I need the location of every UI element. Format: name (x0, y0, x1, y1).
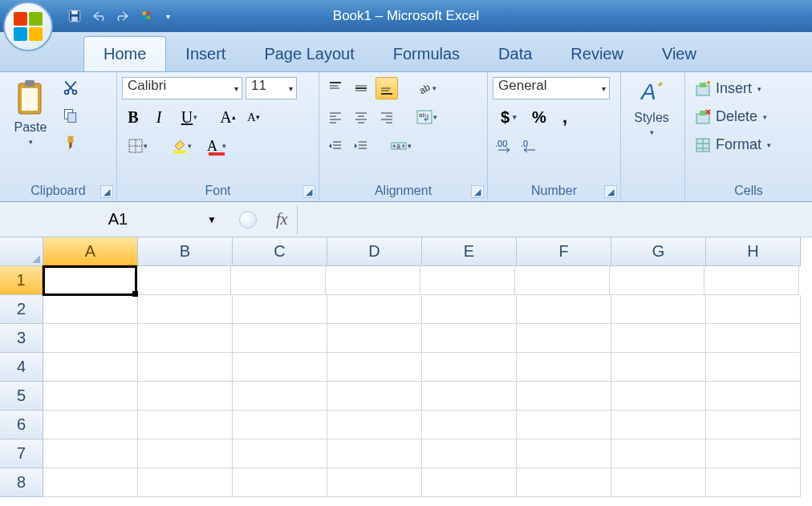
comma-format-button[interactable]: , (554, 106, 576, 128)
cell-F2[interactable] (517, 295, 611, 324)
tab-insert[interactable]: Insert (166, 37, 245, 71)
row-header-8[interactable]: 8 (0, 468, 43, 497)
cell-F4[interactable] (517, 353, 611, 382)
cell-A6[interactable] (43, 411, 138, 439)
cell-D4[interactable] (327, 353, 422, 382)
office-button[interactable] (3, 2, 53, 51)
fill-color-button[interactable]: ▾ (165, 135, 197, 157)
col-header-C[interactable]: C (233, 237, 327, 266)
cell-G6[interactable] (611, 411, 706, 439)
cell-H4[interactable] (706, 353, 801, 382)
cell-D1[interactable] (326, 266, 420, 295)
paste-button[interactable]: Paste ▾ (5, 75, 56, 182)
align-top-button[interactable] (324, 77, 347, 99)
tab-formulas[interactable]: Formulas (374, 37, 479, 71)
qat-more-icon[interactable] (138, 7, 156, 25)
cell-G3[interactable] (611, 324, 706, 353)
cell-F5[interactable] (517, 382, 611, 411)
dialog-launcher-icon[interactable]: ◢ (100, 185, 113, 198)
cell-H6[interactable] (706, 411, 801, 439)
cell-D3[interactable] (327, 324, 422, 353)
cell-E8[interactable] (422, 468, 517, 497)
font-color-button[interactable]: A ▾ (201, 135, 233, 157)
cell-H5[interactable] (706, 382, 801, 411)
format-painter-button[interactable] (59, 132, 82, 154)
percent-format-button[interactable]: % (528, 106, 550, 128)
font-size-select[interactable]: 11▾ (246, 77, 297, 99)
align-right-button[interactable] (376, 106, 398, 128)
name-box[interactable]: A1 ▼ (10, 207, 226, 233)
cell-E3[interactable] (422, 324, 517, 353)
insert-cells-button[interactable]: Insert▾ (690, 79, 776, 99)
decrease-indent-button[interactable] (324, 135, 347, 157)
col-header-F[interactable]: F (517, 237, 611, 266)
col-header-D[interactable]: D (327, 237, 422, 266)
cell-C7[interactable] (233, 439, 327, 468)
wrap-text-button[interactable]: ab▾ (411, 106, 443, 128)
col-header-G[interactable]: G (611, 237, 706, 266)
cell-D5[interactable] (327, 382, 422, 411)
bold-button[interactable]: B (122, 106, 144, 128)
cell-G7[interactable] (611, 439, 706, 468)
tab-view[interactable]: View (643, 37, 716, 71)
row-header-3[interactable]: 3 (0, 324, 43, 353)
copy-button[interactable] (59, 104, 82, 127)
cell-F1[interactable] (515, 266, 610, 295)
tab-review[interactable]: Review (551, 37, 643, 71)
decrease-decimal-button[interactable]: .0 (518, 135, 541, 157)
align-middle-button[interactable] (350, 77, 372, 99)
cell-E6[interactable] (422, 411, 517, 439)
cell-H8[interactable] (706, 468, 801, 497)
cell-B4[interactable] (138, 353, 233, 382)
select-all-corner[interactable] (0, 237, 43, 266)
tab-page-layout[interactable]: Page Layout (245, 37, 373, 71)
qat-dropdown[interactable]: ▾ (162, 7, 173, 25)
col-header-A[interactable]: A (43, 237, 138, 266)
cell-C6[interactable] (233, 411, 327, 439)
merge-center-button[interactable]: a▾ (385, 135, 417, 157)
cell-E7[interactable] (422, 439, 517, 468)
spreadsheet-grid[interactable]: A B C D E F G H 12345678 (0, 237, 812, 497)
increase-indent-button[interactable] (350, 135, 372, 157)
dialog-launcher-icon[interactable]: ◢ (604, 185, 617, 198)
cell-G5[interactable] (611, 382, 706, 411)
tab-data[interactable]: Data (479, 37, 551, 71)
cell-G2[interactable] (611, 295, 706, 324)
col-header-B[interactable]: B (138, 237, 233, 266)
cell-H7[interactable] (706, 439, 801, 468)
cell-D7[interactable] (327, 439, 422, 468)
dialog-launcher-icon[interactable]: ◢ (302, 185, 315, 198)
row-header-6[interactable]: 6 (0, 411, 43, 439)
align-center-button[interactable] (350, 106, 372, 128)
row-header-4[interactable]: 4 (0, 353, 43, 382)
cell-D8[interactable] (327, 468, 422, 497)
cell-H2[interactable] (706, 295, 801, 324)
cell-C5[interactable] (233, 382, 327, 411)
cell-E1[interactable] (420, 266, 515, 295)
cell-H1[interactable] (704, 266, 799, 295)
styles-button[interactable]: A Styles ▾ (626, 75, 677, 182)
undo-button[interactable] (90, 7, 108, 25)
cell-A4[interactable] (43, 353, 138, 382)
number-format-select[interactable]: General▾ (493, 77, 610, 99)
cell-A3[interactable] (43, 324, 138, 353)
accounting-format-button[interactable]: $▾ (493, 106, 525, 128)
row-header-1[interactable]: 1 (0, 266, 43, 295)
cell-A7[interactable] (43, 439, 138, 468)
orientation-button[interactable]: ab▾ (411, 77, 443, 99)
cell-E5[interactable] (422, 382, 517, 411)
cell-B5[interactable] (138, 382, 233, 411)
cell-A1[interactable] (43, 265, 137, 296)
cut-button[interactable] (59, 77, 82, 99)
increase-decimal-button[interactable]: .00 (493, 135, 515, 157)
font-name-select[interactable]: Calibri▾ (122, 77, 242, 99)
cell-E4[interactable] (422, 353, 517, 382)
cell-F6[interactable] (517, 411, 611, 439)
grow-font-button[interactable]: A▴ (217, 106, 239, 128)
row-header-7[interactable]: 7 (0, 439, 43, 468)
col-header-E[interactable]: E (422, 237, 517, 266)
cell-H3[interactable] (706, 324, 801, 353)
cell-B2[interactable] (138, 295, 233, 324)
redo-button[interactable] (114, 7, 132, 25)
row-header-2[interactable]: 2 (0, 295, 43, 324)
